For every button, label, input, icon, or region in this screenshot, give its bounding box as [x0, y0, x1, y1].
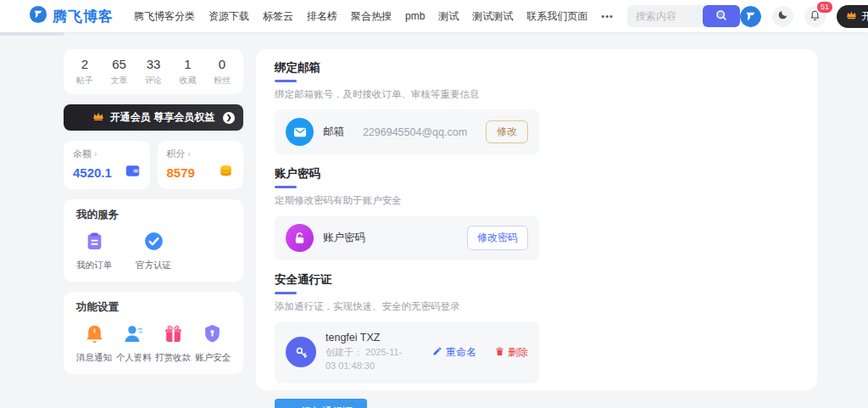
- stat-label: 收藏: [180, 75, 197, 87]
- balance-card[interactable]: 余额 › 4520.1: [64, 141, 150, 189]
- passkey-section: 安全通行证 添加通行证，实现快速、安全的无密码登录 tengfei TXZ 创建…: [275, 272, 798, 408]
- crown-icon: [846, 10, 857, 22]
- stat-label: 文章: [111, 75, 128, 87]
- search-button[interactable]: [703, 5, 740, 27]
- stat-posts[interactable]: 2 帖子: [76, 57, 93, 87]
- vip-banner-text: 开通会员 尊享会员权益: [110, 110, 214, 125]
- service-my-orders[interactable]: 我的订单: [76, 231, 112, 271]
- gift-icon: [163, 323, 184, 348]
- edit-icon: [432, 346, 442, 359]
- points-value: 8579: [167, 165, 195, 180]
- wallet-icon: [125, 164, 141, 182]
- stat-value: 65: [111, 57, 128, 71]
- menu-item-contact[interactable]: 联系我们页面: [526, 9, 587, 24]
- notification-badge: 51: [815, 0, 834, 14]
- password-row-label: 账户密码: [323, 231, 365, 245]
- page-content: 2 帖子 65 文章 33 评论 1 收藏 0 粉丝: [0, 32, 868, 390]
- dark-mode-toggle[interactable]: [772, 6, 793, 27]
- service-label: 我的订单: [76, 260, 112, 271]
- my-services-card: 我的服务 我的订单 官方认证: [64, 199, 243, 282]
- services-title: 我的服务: [76, 208, 231, 222]
- menu-item-hot-search[interactable]: 聚合热搜: [351, 9, 392, 24]
- stat-value: 0: [214, 57, 231, 71]
- menu-item-categories[interactable]: 腾飞博客分类: [134, 9, 195, 24]
- sidebar: 2 帖子 65 文章 33 评论 1 收藏 0 粉丝: [64, 49, 243, 390]
- trash-icon: [495, 346, 504, 359]
- lock-icon: [286, 224, 314, 252]
- setting-reward-payment[interactable]: 打赏收款: [155, 323, 191, 364]
- service-label: 官方认证: [136, 260, 171, 271]
- moon-icon: [777, 8, 788, 24]
- bind-email-section: 绑定邮箱 绑定邮箱账号，及时接收订单、审核等重要信息 邮箱 2296945504…: [275, 60, 798, 154]
- edit-email-button[interactable]: 修改: [486, 120, 528, 143]
- verified-check-icon: [143, 231, 164, 255]
- crown-icon: [92, 111, 104, 124]
- top-navbar: 腾飞博客 腾飞博客分类 资源下载 标签云 排名榜 聚合热搜 pmb 测试 测试测…: [0, 0, 868, 32]
- notifications-button[interactable]: 51: [804, 6, 826, 27]
- coins-icon: [218, 164, 234, 182]
- more-menu-icon[interactable]: •••: [601, 11, 614, 21]
- search-input[interactable]: [627, 5, 705, 27]
- title-underline: [275, 292, 297, 294]
- stat-value: 1: [180, 57, 197, 71]
- stat-label: 粉丝: [214, 75, 231, 87]
- user-stats-card: 2 帖子 65 文章 33 评论 1 收藏 0 粉丝: [64, 49, 243, 94]
- setting-label: 打赏收款: [155, 352, 191, 364]
- delete-passkey-button[interactable]: 删除: [495, 345, 528, 360]
- menu-item-tags[interactable]: 标签云: [263, 9, 293, 24]
- stat-comments[interactable]: 33 评论: [145, 57, 162, 87]
- stat-value: 33: [145, 57, 162, 71]
- points-card[interactable]: 积分 › 8579: [158, 141, 244, 189]
- brand-name: 腾飞博客: [53, 7, 114, 26]
- scroll-progress-bar: [0, 32, 64, 36]
- stat-articles[interactable]: 65 文章: [111, 57, 128, 87]
- chevron-right-icon: ❯: [223, 112, 235, 124]
- add-passkey-button[interactable]: ＋ 添加通行证: [275, 399, 367, 408]
- menu-item-test[interactable]: 测试: [438, 9, 459, 24]
- section-title: 账户密码: [275, 166, 798, 182]
- settings-title: 功能设置: [76, 300, 231, 315]
- search-icon: [715, 8, 728, 25]
- passkey-name: tengfei TXZ: [326, 332, 412, 344]
- feature-settings-card: 功能设置 消息通知 个人资料: [64, 292, 243, 374]
- password-row: 账户密码 修改密码: [275, 215, 539, 260]
- add-passkey-label: 添加通行证: [302, 405, 353, 408]
- stat-followers[interactable]: 0 粉丝: [214, 57, 231, 87]
- setting-account-security[interactable]: 账户安全: [195, 323, 231, 364]
- open-vip-button[interactable]: 开通会员: [837, 5, 868, 28]
- setting-label: 个人资料: [116, 352, 152, 364]
- brand-logo-icon: [29, 5, 47, 27]
- menu-item-test2[interactable]: 测试测试: [472, 9, 513, 24]
- account-password-section: 账户密码 定期修改密码有助于账户安全 账户密码 修改密码: [275, 166, 798, 260]
- clipboard-icon: [84, 231, 105, 255]
- menu-item-downloads[interactable]: 资源下载: [209, 9, 249, 24]
- title-underline: [275, 186, 297, 188]
- chevron-right-icon: ›: [94, 149, 97, 159]
- change-password-button[interactable]: 修改密码: [467, 226, 528, 250]
- passkey-row: tengfei TXZ 创建于： 2025-11-03 01:48:30 重命名: [275, 321, 539, 383]
- setting-notifications[interactable]: 消息通知: [76, 323, 112, 364]
- section-desc: 添加通行证，实现快速、安全的无密码登录: [275, 300, 798, 313]
- rename-passkey-button[interactable]: 重命名: [432, 345, 476, 360]
- service-official-verify[interactable]: 官方认证: [136, 231, 171, 271]
- vip-upgrade-banner[interactable]: 开通会员 尊享会员权益 ❯: [64, 104, 243, 131]
- passkey-created-date: 创建于： 2025-11-03 01:48:30: [326, 346, 412, 373]
- delete-label: 删除: [508, 345, 528, 360]
- menu-item-pmb[interactable]: pmb: [405, 10, 425, 22]
- chevron-right-icon: ›: [188, 149, 191, 159]
- balance-label: 余额: [73, 148, 92, 160]
- person-icon: [123, 323, 144, 348]
- stat-favorites[interactable]: 1 收藏: [180, 57, 197, 87]
- brand[interactable]: 腾飞博客: [29, 5, 114, 27]
- menu-item-ranking[interactable]: 排名榜: [307, 9, 337, 24]
- plus-icon: ＋: [289, 405, 299, 408]
- wallet-points-row: 余额 › 4520.1 积分 › 8579: [64, 141, 243, 189]
- email-row-label: 邮箱: [323, 125, 344, 139]
- user-avatar[interactable]: [740, 6, 761, 27]
- mail-icon: [286, 118, 314, 146]
- points-label: 积分: [167, 148, 186, 160]
- setting-profile[interactable]: 个人资料: [116, 323, 152, 364]
- navbar-right: 51 开通会员: [740, 5, 868, 28]
- account-security-panel: 绑定邮箱 绑定邮箱账号，及时接收订单、审核等重要信息 邮箱 2296945504…: [256, 49, 817, 390]
- section-title: 安全通行证: [275, 272, 798, 288]
